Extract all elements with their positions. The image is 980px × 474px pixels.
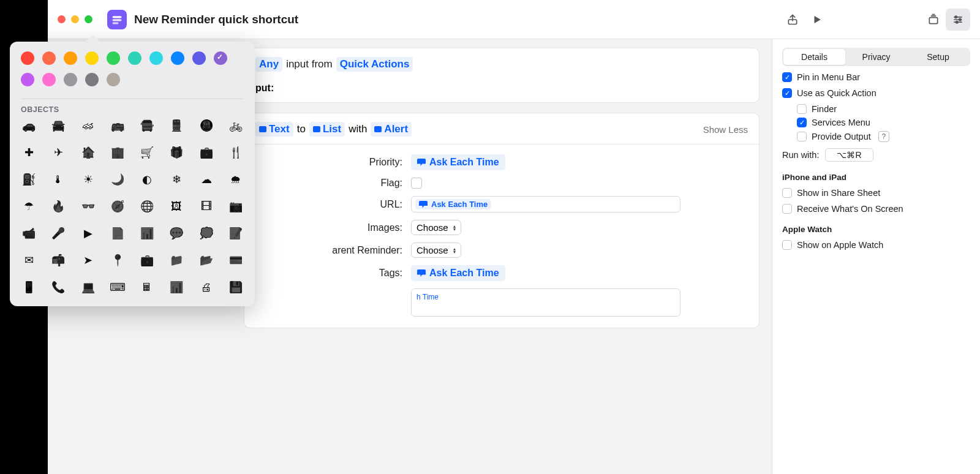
color-swatch[interactable] bbox=[107, 51, 120, 65]
share-sheet-checkbox[interactable] bbox=[782, 188, 792, 198]
glyph-option[interactable]: ▶ bbox=[80, 225, 96, 241]
glyph-option[interactable]: 🎞 bbox=[198, 198, 214, 214]
color-swatch[interactable] bbox=[21, 51, 34, 65]
glyph-option[interactable]: ☁ bbox=[198, 171, 214, 187]
glyph-option[interactable]: 🚍 bbox=[139, 118, 155, 134]
glyph-option[interactable]: 🚘 bbox=[50, 118, 66, 134]
glyph-option[interactable]: 💳 bbox=[228, 252, 244, 268]
glyph-option[interactable]: ✈ bbox=[50, 145, 66, 160]
inspector-toggle-button[interactable] bbox=[946, 9, 970, 31]
color-swatch[interactable] bbox=[171, 51, 184, 65]
glyph-option[interactable]: 🚗 bbox=[21, 118, 37, 134]
shortcut-title[interactable]: New Reminder quick shortcut bbox=[134, 13, 298, 26]
glyph-option[interactable]: ✚ bbox=[21, 145, 37, 160]
glyph-option[interactable]: 📝 bbox=[228, 225, 244, 241]
glyph-option[interactable]: 🍴 bbox=[228, 145, 244, 160]
run-button[interactable] bbox=[805, 9, 829, 31]
flag-checkbox[interactable] bbox=[411, 178, 422, 189]
input-type-token[interactable]: Any bbox=[255, 57, 282, 72]
parent-reminder-picker[interactable]: Choose▴▾ bbox=[411, 243, 461, 258]
glyph-option[interactable]: 🛒 bbox=[139, 145, 155, 160]
images-picker[interactable]: Choose▴▾ bbox=[411, 220, 461, 235]
tab-setup[interactable]: Setup bbox=[907, 49, 969, 65]
glyph-option[interactable]: 🔥 bbox=[50, 198, 66, 214]
color-swatch[interactable] bbox=[149, 51, 163, 65]
pin-menubar-checkbox[interactable]: ✓ bbox=[782, 72, 792, 82]
tags-value[interactable]: Ask Each Time bbox=[411, 265, 505, 281]
color-swatch[interactable] bbox=[42, 73, 56, 86]
glyph-option[interactable]: ❄ bbox=[168, 171, 184, 187]
glyph-option[interactable]: 🎁 bbox=[168, 145, 184, 160]
glyph-option[interactable]: 📂 bbox=[198, 252, 214, 268]
color-swatch[interactable] bbox=[85, 73, 99, 86]
inspector-tabs[interactable]: Details Privacy Setup bbox=[782, 48, 970, 66]
glyph-option[interactable]: 🖼 bbox=[168, 198, 184, 214]
glyph-option[interactable]: 📊 bbox=[168, 279, 184, 295]
glyph-option[interactable]: 🏢 bbox=[110, 145, 126, 160]
glyph-option[interactable]: 🚲 bbox=[228, 118, 244, 134]
glyph-option[interactable]: 🌡 bbox=[50, 171, 66, 187]
glyph-option[interactable]: 💻 bbox=[80, 279, 96, 295]
glyph-option[interactable]: 💾 bbox=[228, 279, 244, 295]
glyph-option[interactable]: 📹 bbox=[21, 225, 37, 241]
provide-output-checkbox[interactable] bbox=[797, 132, 807, 141]
tab-privacy[interactable]: Privacy bbox=[845, 49, 907, 65]
apple-watch-checkbox[interactable] bbox=[782, 240, 792, 250]
color-swatch[interactable] bbox=[21, 73, 34, 86]
glyph-option[interactable]: 💭 bbox=[198, 225, 214, 241]
glyph-option[interactable]: 🌐 bbox=[139, 198, 155, 214]
glyph-option[interactable]: 📞 bbox=[50, 279, 66, 295]
alert-variable-token[interactable]: Alert bbox=[371, 122, 412, 137]
glyph-option[interactable]: ☂ bbox=[21, 198, 37, 214]
color-swatch[interactable] bbox=[192, 51, 206, 65]
glyph-option[interactable]: 📁 bbox=[168, 252, 184, 268]
glyph-option[interactable]: ☀ bbox=[80, 171, 96, 187]
glyph-option[interactable]: 📱 bbox=[21, 279, 37, 295]
glyph-option[interactable]: 🧭 bbox=[110, 198, 126, 214]
url-input[interactable]: Ask Each Time bbox=[411, 196, 680, 213]
keyboard-shortcut-field[interactable]: ⌥⌘R bbox=[825, 148, 873, 162]
color-swatch[interactable] bbox=[107, 73, 120, 86]
glyph-option[interactable]: 📬 bbox=[50, 252, 66, 268]
glyph-option[interactable]: 🖩 bbox=[139, 279, 155, 295]
glyph-option[interactable]: 🌙 bbox=[110, 171, 126, 187]
glyph-option[interactable]: 🏎 bbox=[80, 118, 96, 134]
color-swatch[interactable] bbox=[64, 51, 77, 65]
glyph-option[interactable]: 📊 bbox=[139, 225, 155, 241]
receive-onscreen-checkbox[interactable] bbox=[782, 204, 792, 214]
list-variable-token[interactable]: List bbox=[309, 122, 345, 137]
glyph-option[interactable]: ⌨ bbox=[110, 279, 126, 295]
glyph-option[interactable]: 🚌 bbox=[110, 118, 126, 134]
glyph-option[interactable]: 🎤 bbox=[50, 225, 66, 241]
close-window-button[interactable] bbox=[58, 15, 66, 23]
glyph-option[interactable]: 🏠 bbox=[80, 145, 96, 160]
share-button[interactable] bbox=[780, 9, 805, 31]
glyph-option[interactable]: 📷 bbox=[228, 198, 244, 214]
text-variable-token[interactable]: Text bbox=[255, 122, 293, 137]
glyph-option[interactable]: 📍 bbox=[110, 252, 126, 268]
color-swatch[interactable] bbox=[128, 51, 141, 65]
library-toggle-button[interactable] bbox=[921, 9, 946, 31]
glyph-option[interactable]: 💬 bbox=[168, 225, 184, 241]
glyph-option[interactable]: 🌧 bbox=[228, 171, 244, 187]
glyph-option[interactable]: ⛽ bbox=[21, 171, 37, 187]
color-swatch[interactable] bbox=[85, 51, 99, 65]
finder-checkbox[interactable] bbox=[797, 104, 807, 114]
glyph-option[interactable]: 📄 bbox=[110, 225, 126, 241]
show-less-button[interactable]: Show Less bbox=[703, 124, 748, 135]
minimize-window-button[interactable] bbox=[71, 15, 79, 23]
glyph-option[interactable]: 🚆 bbox=[168, 118, 184, 134]
glyph-option[interactable]: 👓 bbox=[80, 198, 96, 214]
glyph-option[interactable]: ➤ bbox=[80, 252, 96, 268]
color-swatch[interactable] bbox=[64, 73, 77, 86]
notes-input[interactable]: h Time bbox=[411, 288, 680, 317]
glyph-option[interactable]: ◐ bbox=[139, 171, 155, 187]
help-icon[interactable]: ? bbox=[878, 131, 889, 142]
services-menu-checkbox[interactable]: ✓ bbox=[797, 118, 807, 127]
quick-action-checkbox[interactable]: ✓ bbox=[782, 88, 792, 98]
input-source-token[interactable]: Quick Actions bbox=[336, 57, 413, 72]
glyph-option[interactable]: 🖨 bbox=[198, 279, 214, 295]
glyph-option[interactable]: 💼 bbox=[139, 252, 155, 268]
priority-value[interactable]: Ask Each Time bbox=[411, 154, 505, 170]
glyph-option[interactable]: 🚇 bbox=[198, 118, 214, 134]
